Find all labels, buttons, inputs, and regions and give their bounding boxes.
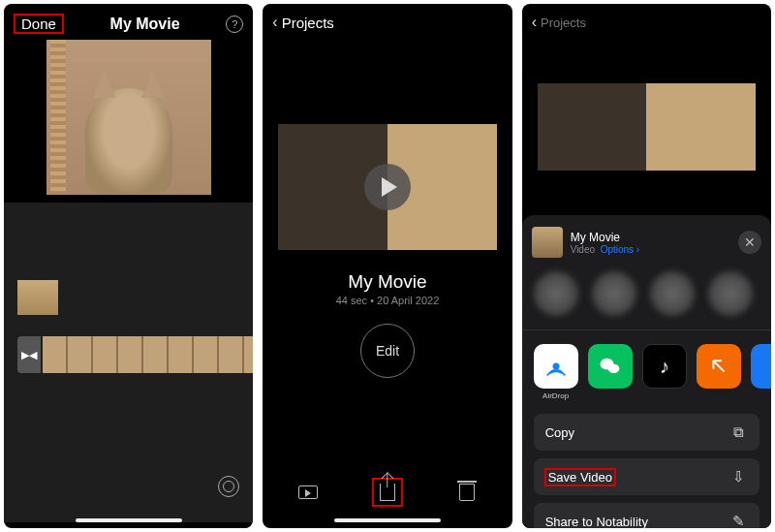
back-label: Projects (282, 15, 334, 31)
contact-avatar[interactable] (708, 271, 753, 316)
nav-back-dim[interactable]: ‹ Projects (522, 4, 771, 37)
app-airdrop[interactable]: AirDrop (534, 344, 578, 400)
timeline-area[interactable]: ▶◀ (4, 203, 253, 522)
back-label: Projects (541, 16, 586, 30)
chevron-left-icon: ‹ (272, 14, 277, 31)
share-type-label: Video (571, 244, 595, 255)
video-preview-bg (538, 83, 756, 171)
play-rect-icon (298, 485, 318, 499)
editor-top-bar: Done My Movie ? (4, 4, 253, 40)
timeline-track[interactable] (43, 336, 253, 373)
action-copy[interactable]: Copy ⧉ (534, 414, 760, 451)
blue-app-icon (751, 344, 771, 389)
airdrop-contacts-row (534, 271, 760, 316)
tiktok-icon (642, 344, 687, 389)
play-icon (382, 177, 397, 197)
movie-title: My Movie (263, 271, 512, 293)
trash-icon (459, 484, 475, 501)
nav-back[interactable]: ‹ Projects (263, 4, 512, 37)
share-title: My Movie (571, 231, 730, 244)
app-label: AirDrop (534, 391, 578, 400)
home-indicator[interactable] (334, 518, 441, 522)
share-sheet-screen: ‹ Projects My Movie Video Options › ✕ (522, 4, 771, 528)
help-icon[interactable]: ? (226, 16, 243, 33)
orange-app-icon (697, 344, 741, 389)
home-indicator[interactable] (76, 518, 182, 522)
action-share-notability[interactable]: Share to Notability ✎ (534, 503, 760, 528)
project-detail-screen: ‹ Projects My Movie 44 sec • 20 April 20… (263, 4, 512, 528)
download-icon: ⇩ (730, 468, 748, 485)
app-generic-orange[interactable] (697, 344, 741, 400)
chevron-left-icon: ‹ (532, 14, 537, 31)
share-icon (380, 484, 395, 501)
share-sheet: My Movie Video Options › ✕ AirDrop (522, 215, 771, 528)
done-button[interactable]: Done (14, 14, 64, 34)
svg-point-2 (607, 364, 619, 373)
clip-thumbnail[interactable] (17, 280, 58, 315)
svg-point-0 (552, 363, 559, 370)
share-button[interactable] (372, 478, 403, 507)
action-save-video[interactable]: Save Video ⇩ (534, 458, 760, 495)
editor-screen: Done My Movie ? ▶◀ (4, 4, 253, 528)
share-apps-row: AirDrop (534, 344, 760, 400)
video-preview (46, 40, 211, 195)
play-button[interactable] (364, 164, 411, 210)
share-options-link[interactable]: Options › (601, 244, 640, 255)
share-sheet-header: My Movie Video Options › ✕ (532, 227, 761, 258)
settings-gear-icon[interactable] (218, 476, 239, 497)
share-thumbnail (532, 227, 563, 258)
edit-button[interactable]: Edit (360, 324, 415, 378)
contact-avatar[interactable] (534, 271, 578, 316)
app-wechat[interactable] (588, 344, 633, 400)
app-generic-blue[interactable] (751, 344, 771, 400)
share-actions-list: Copy ⧉ Save Video ⇩ Share to Notability … (534, 414, 760, 528)
movie-meta: 44 sec • 20 April 2022 (263, 295, 512, 306)
timeline-handle-icon[interactable]: ▶◀ (17, 336, 41, 373)
pencil-icon: ✎ (730, 513, 748, 528)
play-fullscreen-button[interactable] (296, 481, 320, 504)
contact-avatar[interactable] (650, 271, 695, 316)
divider (522, 329, 771, 330)
copy-icon: ⧉ (730, 423, 748, 441)
bottom-toolbar (263, 478, 512, 507)
video-player[interactable] (278, 124, 496, 250)
close-button[interactable]: ✕ (738, 231, 761, 254)
contact-avatar[interactable] (592, 271, 636, 316)
app-tiktok[interactable] (642, 344, 687, 400)
project-title: My Movie (110, 16, 180, 33)
wechat-icon (588, 344, 633, 389)
airdrop-icon (534, 344, 578, 389)
delete-button[interactable] (455, 481, 479, 504)
